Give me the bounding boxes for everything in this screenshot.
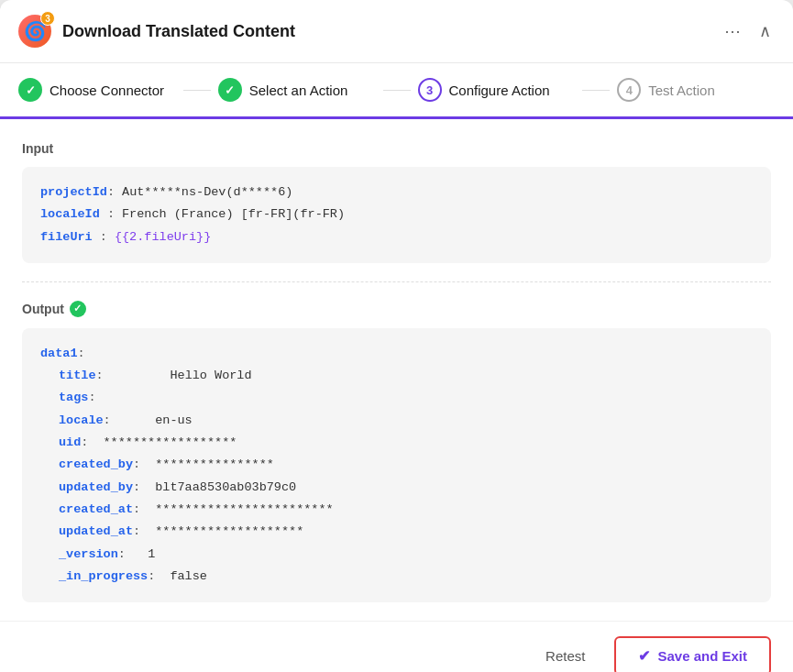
- input-field-localeid: localeId : French (France) [fr-FR](fr-FR…: [40, 204, 753, 226]
- modal-content: Input projectId : Aut*****ns-Dev(d*****6…: [0, 119, 793, 621]
- output-field-tags: tags :: [59, 387, 753, 409]
- step-separator-2: [383, 90, 411, 91]
- collapse-button[interactable]: ∧: [755, 17, 775, 45]
- step-separator-1: [183, 90, 211, 91]
- step-4-icon: 4: [617, 78, 641, 102]
- app-logo: 🌀 3: [18, 15, 51, 48]
- retest-button[interactable]: Retest: [531, 639, 600, 672]
- save-exit-button[interactable]: ✔ Save and Exit: [614, 636, 771, 672]
- save-checkmark-icon: ✔: [638, 647, 650, 665]
- output-data1-key: data1 :: [40, 343, 753, 365]
- output-data1-fields: title : Hello World tags : locale : en-u…: [40, 365, 753, 588]
- step-select-action[interactable]: ✓ Select an Action: [218, 78, 376, 102]
- output-field-title: title : Hello World: [59, 365, 753, 387]
- step-choose-connector[interactable]: ✓ Choose Connector: [18, 78, 176, 102]
- section-divider: [22, 281, 771, 282]
- output-code-block: data1 : title : Hello World tags :: [22, 328, 771, 602]
- input-field-projectid: projectId : Aut*****ns-Dev(d*****6): [40, 182, 753, 204]
- modal-container: 🌀 3 Download Translated Content ⋯ ∧ ✓ Ch…: [0, 0, 793, 672]
- header-actions: ⋯ ∧: [721, 17, 775, 45]
- step-configure-action[interactable]: 3 Configure Action: [418, 78, 576, 102]
- step-4-label: Test Action: [648, 83, 715, 98]
- input-section-label: Input: [22, 141, 771, 156]
- output-field-in-progress: _in_progress : false: [59, 566, 753, 588]
- input-code-block: projectId : Aut*****ns-Dev(d*****6) loca…: [22, 167, 771, 263]
- step-2-label: Select an Action: [249, 83, 348, 98]
- modal-footer: Retest ✔ Save and Exit: [0, 621, 793, 672]
- modal-header: 🌀 3 Download Translated Content ⋯ ∧: [0, 0, 793, 63]
- step-3-label: Configure Action: [449, 83, 550, 98]
- notification-badge: 3: [40, 11, 55, 26]
- output-check-icon: ✓: [70, 301, 86, 317]
- output-section-label: Output ✓: [22, 301, 771, 317]
- output-field-version: _version : 1: [59, 544, 753, 566]
- step-test-action[interactable]: 4 Test Action: [617, 78, 775, 102]
- output-field-created-at: created_at : ************************: [59, 499, 753, 521]
- save-exit-label: Save and Exit: [657, 648, 747, 664]
- input-field-fileuri: fileUri : {{2.fileUri}}: [40, 226, 753, 248]
- more-options-button[interactable]: ⋯: [721, 17, 744, 45]
- output-field-created-by: created_by : ****************: [59, 454, 753, 476]
- step-1-icon: ✓: [18, 78, 42, 102]
- step-2-icon: ✓: [218, 78, 242, 102]
- output-field-uid: uid : ******************: [59, 432, 753, 454]
- steps-bar: ✓ Choose Connector ✓ Select an Action 3 …: [0, 63, 793, 119]
- modal-title: Download Translated Content: [62, 22, 710, 41]
- output-field-updated-at: updated_at : ********************: [59, 521, 753, 543]
- step-1-label: Choose Connector: [50, 83, 164, 98]
- output-field-locale: locale : en-us: [59, 410, 753, 432]
- output-field-updated-by: updated_by : blt7aa8530ab03b79c0: [59, 477, 753, 499]
- output-section: Output ✓ data1 : title : Hello World tag: [22, 301, 771, 602]
- step-separator-3: [582, 90, 610, 91]
- step-3-icon: 3: [418, 78, 442, 102]
